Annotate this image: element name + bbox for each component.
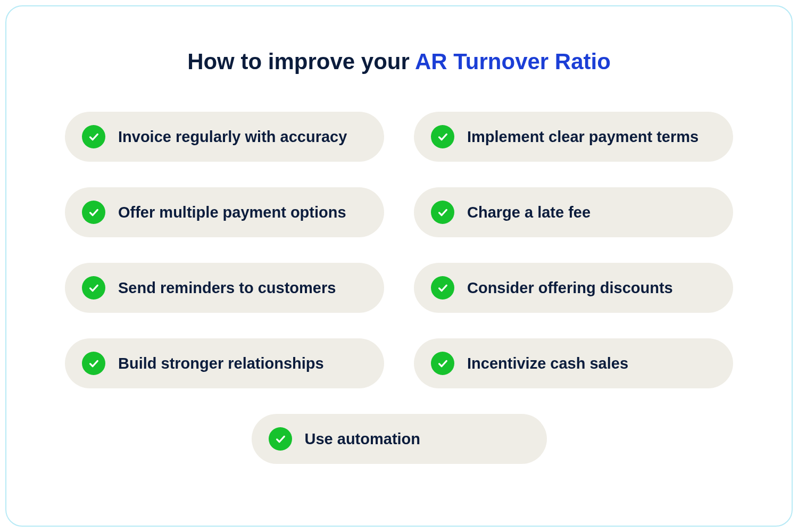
list-item: Invoice regularly with accuracy xyxy=(65,112,384,162)
check-icon xyxy=(431,125,454,148)
item-label: Send reminders to customers xyxy=(118,279,336,297)
list-item: Consider offering discounts xyxy=(414,263,733,313)
item-label: Offer multiple payment options xyxy=(118,204,346,221)
tips-last-row: Use automation xyxy=(65,414,733,464)
list-item: Build stronger relationships xyxy=(65,338,384,388)
check-icon xyxy=(82,352,105,375)
list-item: Implement clear payment terms xyxy=(414,112,733,162)
check-icon xyxy=(82,276,105,300)
check-icon xyxy=(82,125,105,148)
check-icon xyxy=(269,427,292,451)
check-icon xyxy=(431,201,454,224)
tips-grid: Invoice regularly with accuracy Implemen… xyxy=(65,112,733,388)
page-title: How to improve your AR Turnover Ratio xyxy=(187,49,611,74)
check-icon xyxy=(431,352,454,375)
item-label: Build stronger relationships xyxy=(118,355,324,372)
list-item: Offer multiple payment options xyxy=(65,187,384,237)
item-label: Implement clear payment terms xyxy=(467,128,699,146)
check-icon xyxy=(431,276,454,300)
list-item: Incentivize cash sales xyxy=(414,338,733,388)
list-item: Charge a late fee xyxy=(414,187,733,237)
item-label: Invoice regularly with accuracy xyxy=(118,128,347,146)
info-card: How to improve your AR Turnover Ratio In… xyxy=(5,5,793,527)
item-label: Incentivize cash sales xyxy=(467,355,628,372)
list-item: Send reminders to customers xyxy=(65,263,384,313)
check-icon xyxy=(82,201,105,224)
item-label: Consider offering discounts xyxy=(467,279,673,297)
item-label: Use automation xyxy=(305,430,421,448)
item-label: Charge a late fee xyxy=(467,204,591,221)
title-prefix: How to improve your xyxy=(187,49,415,74)
title-accent: AR Turnover Ratio xyxy=(415,49,611,74)
list-item: Use automation xyxy=(252,414,547,464)
